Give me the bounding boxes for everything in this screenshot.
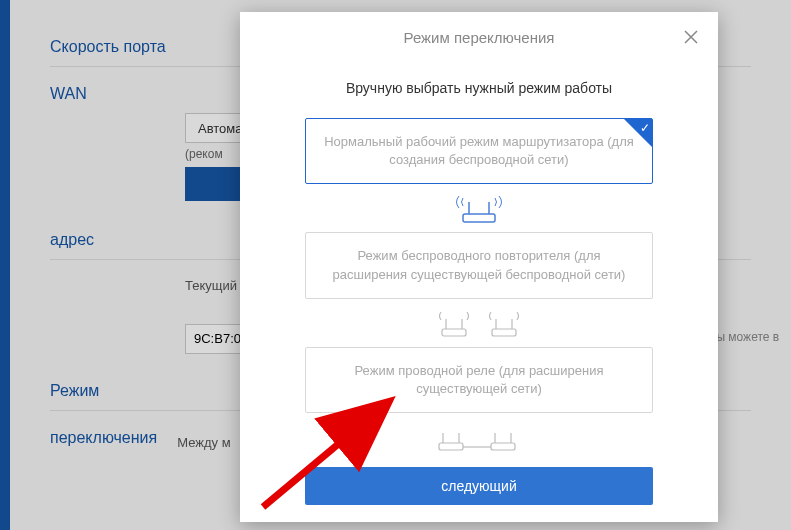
svg-rect-3 (439, 443, 463, 450)
svg-rect-0 (463, 214, 495, 222)
option-label: Режим проводной реле (для расширения сущ… (355, 363, 604, 396)
modal-header: Режим переключения (240, 12, 718, 62)
modal-body: Вручную выбрать нужный режим работы Норм… (240, 62, 718, 522)
svg-rect-2 (492, 329, 516, 336)
modal-instruction: Вручную выбрать нужный режим работы (346, 80, 612, 96)
selected-checkmark-icon (624, 119, 652, 147)
mode-option-repeater[interactable]: Режим беспроводного повторителя (для рас… (305, 232, 653, 298)
router-single-icon (449, 192, 509, 226)
mode-option-wired-relay[interactable]: Режим проводной реле (для расширения сущ… (305, 347, 653, 413)
router-double-icon (434, 307, 524, 341)
mode-switch-modal: Режим переключения Вручную выбрать нужны… (240, 12, 718, 522)
svg-rect-1 (442, 329, 466, 336)
next-button[interactable]: следующий (305, 467, 653, 505)
svg-rect-4 (491, 443, 515, 450)
modal-title: Режим переключения (404, 29, 555, 46)
close-icon[interactable] (680, 26, 702, 48)
router-wired-pair-icon (429, 421, 529, 455)
option-label: Нормальный рабочий режим маршрутизатора … (324, 134, 634, 167)
option-label: Режим беспроводного повторителя (для рас… (333, 248, 626, 281)
mode-option-normal[interactable]: Нормальный рабочий режим маршрутизатора … (305, 118, 653, 184)
